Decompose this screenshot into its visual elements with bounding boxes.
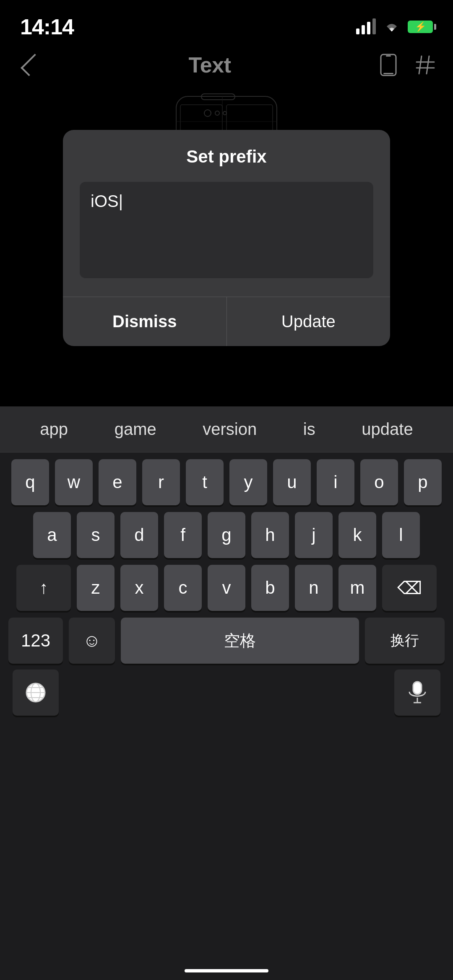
- key-q[interactable]: q: [11, 459, 49, 505]
- key-v[interactable]: v: [208, 565, 245, 611]
- space-key[interactable]: 空格: [121, 618, 359, 664]
- dialog-actions: Dismiss Update: [63, 297, 390, 346]
- mic-key[interactable]: [394, 670, 440, 716]
- back-button[interactable]: [17, 52, 42, 78]
- key-d[interactable]: d: [120, 512, 158, 558]
- key-c[interactable]: c: [164, 565, 202, 611]
- key-row-3: ↑ z x c v b n m ⌫: [8, 565, 445, 611]
- keyboard-suggestions: app game version is update: [0, 406, 453, 453]
- key-a[interactable]: a: [33, 512, 71, 558]
- status-icons: ⚡: [356, 19, 433, 34]
- update-button[interactable]: Update: [227, 297, 391, 346]
- key-t[interactable]: t: [186, 459, 224, 505]
- key-row-1: q w e r t y u i o p: [8, 459, 445, 505]
- key-k[interactable]: k: [338, 512, 376, 558]
- key-y[interactable]: y: [229, 459, 267, 505]
- shift-key[interactable]: ↑: [16, 565, 71, 611]
- status-time: 14:14: [20, 14, 74, 39]
- home-bar: [185, 969, 268, 972]
- svg-rect-1: [386, 55, 391, 57]
- emoji-key[interactable]: ☺: [69, 618, 115, 664]
- suggestion-is[interactable]: is: [303, 420, 315, 439]
- key-x[interactable]: x: [120, 565, 158, 611]
- suggestion-app[interactable]: app: [40, 420, 68, 439]
- key-z[interactable]: z: [77, 565, 115, 611]
- key-row-2: a s d f g h j k l: [8, 512, 445, 558]
- numbers-key[interactable]: 123: [8, 618, 63, 664]
- wifi-icon: [383, 20, 401, 34]
- app-content: Set prefix iOS| Dismiss Update: [0, 88, 453, 448]
- key-n[interactable]: n: [295, 565, 333, 611]
- dismiss-button[interactable]: Dismiss: [63, 297, 227, 346]
- key-m[interactable]: m: [338, 565, 376, 611]
- dialog-body: Set prefix iOS|: [63, 130, 390, 288]
- svg-rect-23: [413, 682, 422, 694]
- key-w[interactable]: w: [55, 459, 93, 505]
- battery-icon: ⚡: [408, 21, 433, 33]
- prefix-input[interactable]: iOS|: [80, 182, 373, 278]
- key-g[interactable]: g: [208, 512, 245, 558]
- set-prefix-dialog: Set prefix iOS| Dismiss Update: [63, 130, 390, 346]
- key-h[interactable]: h: [251, 512, 289, 558]
- dialog-title: Set prefix: [80, 147, 373, 167]
- keyboard-area: app game version is update q w e r t y u…: [0, 406, 453, 980]
- grid-icon[interactable]: [414, 54, 436, 76]
- key-o[interactable]: o: [360, 459, 398, 505]
- svg-line-4: [427, 56, 429, 74]
- dialog-overlay: Set prefix iOS| Dismiss Update: [0, 88, 453, 448]
- signal-icon: [356, 19, 376, 34]
- svg-line-3: [419, 56, 422, 74]
- status-bar: 14:14 ⚡: [0, 0, 453, 42]
- nav-bar: Text: [0, 42, 453, 88]
- return-key[interactable]: 换行: [365, 618, 445, 664]
- key-i[interactable]: i: [317, 459, 354, 505]
- key-b[interactable]: b: [251, 565, 289, 611]
- device-icon[interactable]: [378, 54, 399, 76]
- nav-right-icons: [378, 54, 436, 76]
- suggestion-update[interactable]: update: [362, 420, 413, 439]
- svg-rect-0: [381, 54, 396, 75]
- suggestion-version[interactable]: version: [203, 420, 257, 439]
- key-s[interactable]: s: [77, 512, 115, 558]
- page-title: Text: [188, 52, 231, 78]
- key-f[interactable]: f: [164, 512, 202, 558]
- battery-bolt: ⚡: [415, 21, 426, 32]
- back-chevron-icon: [21, 54, 43, 76]
- keyboard-bottom: [0, 670, 453, 716]
- svg-rect-2: [383, 73, 393, 74]
- key-e[interactable]: e: [99, 459, 136, 505]
- key-row-4: 123 ☺ 空格 换行: [8, 618, 445, 664]
- key-u[interactable]: u: [273, 459, 311, 505]
- suggestion-game[interactable]: game: [115, 420, 156, 439]
- delete-key[interactable]: ⌫: [382, 565, 437, 611]
- key-j[interactable]: j: [295, 512, 333, 558]
- globe-key[interactable]: [13, 670, 59, 716]
- keyboard-rows: q w e r t y u i o p a s d f g h j k l ↑ …: [0, 453, 453, 664]
- key-l[interactable]: l: [382, 512, 420, 558]
- key-p[interactable]: p: [404, 459, 442, 505]
- key-r[interactable]: r: [142, 459, 180, 505]
